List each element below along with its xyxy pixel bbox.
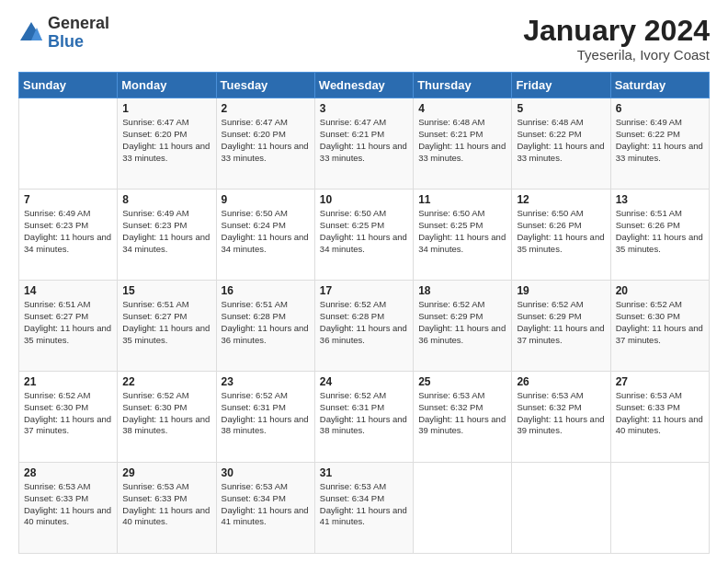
- calendar-table: SundayMondayTuesdayWednesdayThursdayFrid…: [18, 72, 710, 554]
- day-number: 4: [418, 102, 506, 115]
- day-info: Sunrise: 6:48 AMSunset: 6:21 PMDaylight:…: [418, 117, 506, 164]
- day-number: 3: [320, 102, 408, 115]
- day-number: 12: [517, 193, 605, 206]
- calendar-cell: 5Sunrise: 6:48 AMSunset: 6:22 PMDaylight…: [512, 98, 610, 190]
- day-number: 23: [222, 375, 310, 388]
- day-number: 8: [122, 193, 210, 206]
- calendar-cell: 10Sunrise: 6:50 AMSunset: 6:25 PMDayligh…: [314, 190, 413, 281]
- title-block: January 2024 Tyeserila, Ivory Coast: [523, 15, 710, 63]
- day-number: 15: [122, 284, 210, 297]
- day-number: 16: [222, 284, 310, 297]
- calendar-week-2: 7Sunrise: 6:49 AMSunset: 6:23 PMDaylight…: [19, 190, 710, 281]
- calendar-header-friday: Friday: [512, 73, 610, 98]
- day-info: Sunrise: 6:51 AMSunset: 6:28 PMDaylight:…: [222, 299, 310, 346]
- day-number: 28: [24, 466, 112, 479]
- day-number: 11: [418, 193, 506, 206]
- calendar-cell: [512, 463, 610, 554]
- day-info: Sunrise: 6:53 AMSunset: 6:33 PMDaylight:…: [616, 390, 704, 437]
- day-info: Sunrise: 6:52 AMSunset: 6:29 PMDaylight:…: [517, 299, 605, 346]
- day-number: 27: [616, 375, 704, 388]
- day-info: Sunrise: 6:52 AMSunset: 6:31 PMDaylight:…: [320, 390, 408, 437]
- calendar-cell: 18Sunrise: 6:52 AMSunset: 6:29 PMDayligh…: [414, 281, 512, 372]
- day-info: Sunrise: 6:47 AMSunset: 6:20 PMDaylight:…: [122, 117, 210, 164]
- day-number: 2: [222, 102, 310, 115]
- calendar-week-5: 28Sunrise: 6:53 AMSunset: 6:33 PMDayligh…: [19, 463, 710, 554]
- day-number: 5: [517, 102, 605, 115]
- day-info: Sunrise: 6:51 AMSunset: 6:26 PMDaylight:…: [616, 208, 704, 255]
- day-number: 14: [24, 284, 112, 297]
- logo-general-text: General: [48, 15, 109, 33]
- day-info: Sunrise: 6:53 AMSunset: 6:33 PMDaylight:…: [24, 481, 112, 528]
- day-info: Sunrise: 6:52 AMSunset: 6:31 PMDaylight:…: [222, 390, 310, 437]
- calendar-cell: 29Sunrise: 6:53 AMSunset: 6:33 PMDayligh…: [118, 463, 216, 554]
- calendar-cell: 2Sunrise: 6:47 AMSunset: 6:20 PMDaylight…: [216, 98, 314, 190]
- calendar-cell: [610, 463, 709, 554]
- calendar-cell: 6Sunrise: 6:49 AMSunset: 6:22 PMDaylight…: [610, 98, 709, 190]
- calendar-cell: 1Sunrise: 6:47 AMSunset: 6:20 PMDaylight…: [118, 98, 216, 190]
- day-number: 20: [616, 284, 704, 297]
- calendar-cell: 12Sunrise: 6:50 AMSunset: 6:26 PMDayligh…: [512, 190, 610, 281]
- logo-blue-text: Blue: [48, 33, 109, 52]
- day-number: 9: [222, 193, 310, 206]
- calendar-cell: 11Sunrise: 6:50 AMSunset: 6:25 PMDayligh…: [414, 190, 512, 281]
- calendar-cell: 30Sunrise: 6:53 AMSunset: 6:34 PMDayligh…: [216, 463, 314, 554]
- calendar-cell: 24Sunrise: 6:52 AMSunset: 6:31 PMDayligh…: [314, 372, 413, 463]
- day-number: 24: [320, 375, 408, 388]
- day-number: 31: [320, 466, 408, 479]
- day-info: Sunrise: 6:48 AMSunset: 6:22 PMDaylight:…: [517, 117, 605, 164]
- calendar-header-wednesday: Wednesday: [314, 73, 413, 98]
- calendar-header-thursday: Thursday: [414, 73, 512, 98]
- calendar-cell: 4Sunrise: 6:48 AMSunset: 6:21 PMDaylight…: [414, 98, 512, 190]
- calendar-header-sunday: Sunday: [19, 73, 118, 98]
- day-number: 13: [616, 193, 704, 206]
- day-number: 22: [122, 375, 210, 388]
- calendar-week-1: 1Sunrise: 6:47 AMSunset: 6:20 PMDaylight…: [19, 98, 710, 190]
- calendar-cell: 26Sunrise: 6:53 AMSunset: 6:32 PMDayligh…: [512, 372, 610, 463]
- day-info: Sunrise: 6:52 AMSunset: 6:29 PMDaylight:…: [418, 299, 506, 346]
- calendar-cell: 3Sunrise: 6:47 AMSunset: 6:21 PMDaylight…: [314, 98, 413, 190]
- calendar-header-tuesday: Tuesday: [216, 73, 314, 98]
- day-number: 26: [517, 375, 605, 388]
- day-info: Sunrise: 6:51 AMSunset: 6:27 PMDaylight:…: [122, 299, 210, 346]
- logo-icon: [18, 20, 44, 46]
- day-info: Sunrise: 6:53 AMSunset: 6:34 PMDaylight:…: [320, 481, 408, 528]
- day-number: 21: [24, 375, 112, 388]
- calendar-cell: 15Sunrise: 6:51 AMSunset: 6:27 PMDayligh…: [118, 281, 216, 372]
- day-number: 18: [418, 284, 506, 297]
- calendar-cell: 23Sunrise: 6:52 AMSunset: 6:31 PMDayligh…: [216, 372, 314, 463]
- day-number: 1: [122, 102, 210, 115]
- calendar-cell: 25Sunrise: 6:53 AMSunset: 6:32 PMDayligh…: [414, 372, 512, 463]
- calendar-cell: 27Sunrise: 6:53 AMSunset: 6:33 PMDayligh…: [610, 372, 709, 463]
- subtitle: Tyeserila, Ivory Coast: [523, 47, 710, 63]
- day-info: Sunrise: 6:53 AMSunset: 6:32 PMDaylight:…: [517, 390, 605, 437]
- calendar-cell: [19, 98, 118, 190]
- calendar-cell: 14Sunrise: 6:51 AMSunset: 6:27 PMDayligh…: [19, 281, 118, 372]
- day-number: 6: [616, 102, 704, 115]
- day-number: 7: [24, 193, 112, 206]
- day-info: Sunrise: 6:50 AMSunset: 6:26 PMDaylight:…: [517, 208, 605, 255]
- day-number: 30: [222, 466, 310, 479]
- logo-text: General Blue: [48, 15, 109, 52]
- day-info: Sunrise: 6:47 AMSunset: 6:21 PMDaylight:…: [320, 117, 408, 164]
- day-number: 25: [418, 375, 506, 388]
- day-info: Sunrise: 6:52 AMSunset: 6:28 PMDaylight:…: [320, 299, 408, 346]
- calendar-cell: 20Sunrise: 6:52 AMSunset: 6:30 PMDayligh…: [610, 281, 709, 372]
- day-info: Sunrise: 6:50 AMSunset: 6:25 PMDaylight:…: [320, 208, 408, 255]
- main-title: January 2024: [523, 15, 710, 47]
- day-info: Sunrise: 6:52 AMSunset: 6:30 PMDaylight:…: [122, 390, 210, 437]
- day-info: Sunrise: 6:49 AMSunset: 6:22 PMDaylight:…: [616, 117, 704, 164]
- day-number: 10: [320, 193, 408, 206]
- calendar-cell: 8Sunrise: 6:49 AMSunset: 6:23 PMDaylight…: [118, 190, 216, 281]
- day-number: 19: [517, 284, 605, 297]
- day-number: 17: [320, 284, 408, 297]
- calendar-cell: [414, 463, 512, 554]
- calendar-cell: 9Sunrise: 6:50 AMSunset: 6:24 PMDaylight…: [216, 190, 314, 281]
- calendar-cell: 31Sunrise: 6:53 AMSunset: 6:34 PMDayligh…: [314, 463, 413, 554]
- day-info: Sunrise: 6:50 AMSunset: 6:25 PMDaylight:…: [418, 208, 506, 255]
- calendar-cell: 28Sunrise: 6:53 AMSunset: 6:33 PMDayligh…: [19, 463, 118, 554]
- calendar-cell: 21Sunrise: 6:52 AMSunset: 6:30 PMDayligh…: [19, 372, 118, 463]
- logo: General Blue: [18, 15, 109, 52]
- day-info: Sunrise: 6:52 AMSunset: 6:30 PMDaylight:…: [616, 299, 704, 346]
- calendar-week-3: 14Sunrise: 6:51 AMSunset: 6:27 PMDayligh…: [19, 281, 710, 372]
- day-info: Sunrise: 6:53 AMSunset: 6:32 PMDaylight:…: [418, 390, 506, 437]
